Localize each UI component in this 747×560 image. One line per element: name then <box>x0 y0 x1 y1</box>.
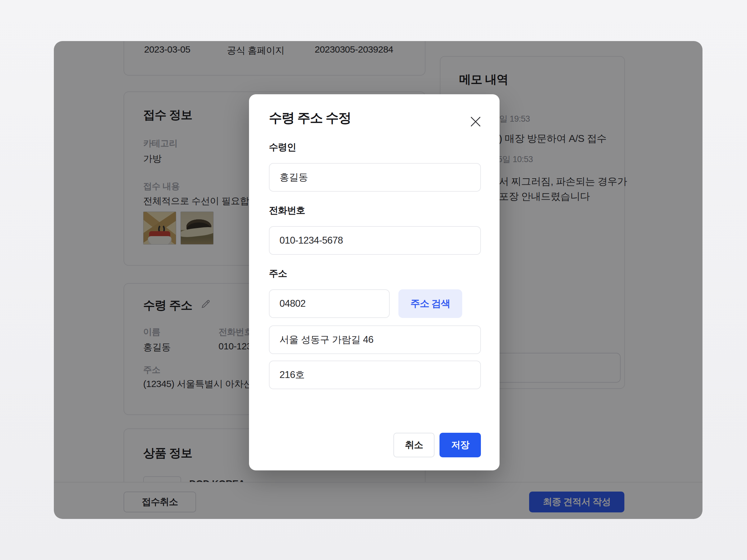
phone-label: 전화번호 <box>269 204 305 217</box>
phone-input[interactable] <box>269 226 481 255</box>
address-search-button[interactable]: 주소 검색 <box>398 289 462 318</box>
page: 2023-03-05 공식 홈페이지 20230305-2039284 접수 정… <box>0 0 747 560</box>
address-line2-input[interactable] <box>269 361 481 389</box>
recipient-input[interactable] <box>269 163 481 192</box>
modal-footer: 취소 저장 <box>393 433 481 457</box>
modal-title: 수령 주소 수정 <box>269 109 351 127</box>
postal-code-input[interactable] <box>269 289 390 318</box>
close-icon[interactable] <box>469 115 483 129</box>
cancel-button[interactable]: 취소 <box>393 433 435 457</box>
edit-address-modal: 수령 주소 수정 수령인 전화번호 주소 주소 검색 취소 저장 <box>249 94 499 471</box>
recipient-label: 수령인 <box>269 141 296 154</box>
address-line1-input[interactable] <box>269 325 481 354</box>
save-button[interactable]: 저장 <box>439 433 481 457</box>
address-label: 주소 <box>269 267 287 280</box>
